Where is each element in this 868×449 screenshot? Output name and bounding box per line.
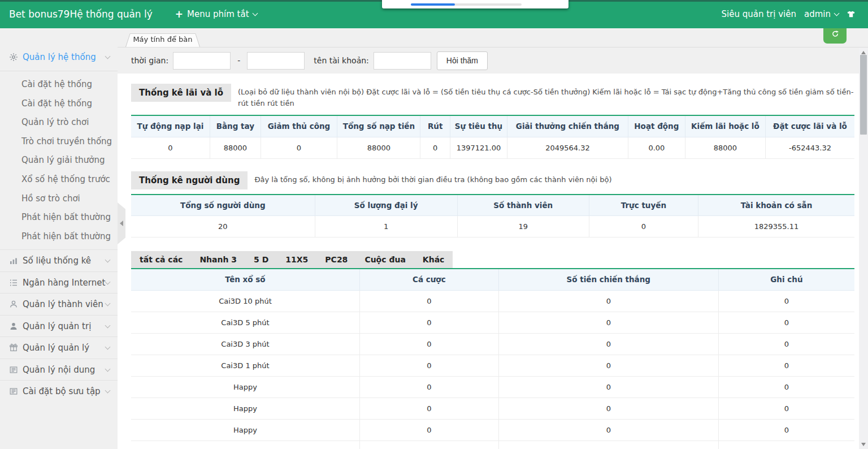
sidebar-group-label: Số liệu thống kê xyxy=(23,256,91,266)
sidebar-item[interactable]: Cài đặt hệ thống xyxy=(0,75,118,94)
chevron-down-icon xyxy=(105,257,111,263)
chevron-down-icon xyxy=(834,11,840,16)
sidebar-item[interactable]: Quản lý giải thưởng xyxy=(0,151,118,170)
cell: Happy xyxy=(131,376,359,398)
profit-table: Tự động nạp lại Bằng tay Giảm thủ công T… xyxy=(131,115,854,159)
sidebar-group-label: Ngân hàng Internet xyxy=(23,278,105,288)
table-row: Cai3D 3 phút 0 0 0 xyxy=(131,333,854,355)
sidebar-collapse-handle[interactable] xyxy=(118,202,125,244)
cell: 0 xyxy=(359,290,498,312)
sidebar-item[interactable]: Hồ sơ trò chơi xyxy=(0,189,118,209)
scroll-down-arrow-icon[interactable] xyxy=(861,443,866,446)
scroll-up-arrow-icon[interactable] xyxy=(861,51,866,54)
table-row: Cai3D 10 phút 0 0 0 xyxy=(131,290,854,312)
sidebar-item[interactable]: Phát hiện bất thường xyxy=(0,227,118,247)
tab-strip: Máy tính để bàn xyxy=(118,28,868,48)
tab-11x5[interactable]: 11X5 xyxy=(277,255,316,264)
cell: 0 xyxy=(718,312,854,333)
sidebar-item[interactable]: Xổ số hệ thống trước xyxy=(0,170,118,189)
cell: 0 xyxy=(498,333,718,355)
column-header: Rút xyxy=(420,115,450,137)
sidebar-group-admins[interactable]: Quản lý quản trị xyxy=(0,315,118,337)
cell: 0 xyxy=(718,441,854,449)
cell: 0 xyxy=(718,419,854,441)
chevron-down-icon xyxy=(105,366,111,372)
divider xyxy=(0,71,118,71)
table-row: Happy 0 0 0 xyxy=(131,376,854,398)
column-header: Giảm thủ công xyxy=(261,115,337,137)
shortcut-menu-button[interactable]: + Menu phím tắt xyxy=(175,8,257,20)
column-header: Sự tiêu thụ xyxy=(450,115,507,137)
column-header: Bằng tay xyxy=(210,115,261,137)
chevron-left-icon xyxy=(120,221,123,226)
cell: 0 xyxy=(498,355,718,376)
sidebar-group-internet-banking[interactable]: Ngân hàng Internet xyxy=(0,271,118,293)
cell: 0 xyxy=(718,398,854,419)
lottery-tab-bar: tất cả các Nhanh 3 5 D 11X5 PC28 Cuộc đu… xyxy=(131,251,453,268)
sidebar-item[interactable]: Quản lý trò chơi xyxy=(0,113,118,132)
column-header: Đặt cược lãi và lỗ xyxy=(765,115,854,137)
tab-cuoc-dua[interactable]: Cuộc đua xyxy=(356,255,414,264)
tab-all[interactable]: tất cả các xyxy=(131,255,191,264)
table-row: 20 1 19 0 1829355.11 xyxy=(131,216,854,238)
sidebar-item[interactable]: Trò chơi truyền thống xyxy=(0,132,118,152)
cell: Cai3D 5 phút xyxy=(131,312,359,333)
column-header: Giải thưởng chiến thắng xyxy=(507,115,628,137)
cell: 1 xyxy=(315,216,457,238)
scrollbar-thumb[interactable] xyxy=(860,55,867,135)
sidebar-group-management[interactable]: Quản lý quản lý xyxy=(0,336,118,359)
gear-icon xyxy=(9,53,18,62)
news-icon xyxy=(9,387,18,396)
sidebar-groups: Số liệu thống kê Ngân hàng Internet Quản… xyxy=(0,249,118,402)
tshirt-icon[interactable] xyxy=(847,10,856,19)
account-input[interactable] xyxy=(374,52,431,70)
table-row: Happy 0 0 0 xyxy=(131,419,854,441)
column-header: Tên xổ số xyxy=(131,269,359,290)
role-label: Siêu quản trị viên xyxy=(722,9,796,19)
cell: 0 xyxy=(498,312,718,333)
time-to-input[interactable] xyxy=(247,52,305,70)
sidebar-item[interactable]: Cài đặt hệ thống xyxy=(0,94,118,114)
tab-khac[interactable]: Khác xyxy=(414,255,453,264)
table-header-row: Tổng số người dùng Số lượng đại lý Số th… xyxy=(131,195,854,216)
query-button[interactable]: Hỏi thăm xyxy=(437,51,488,70)
refresh-icon xyxy=(831,29,840,38)
loading-dialog xyxy=(382,0,568,8)
sidebar-group-members[interactable]: Quản lý thành viên xyxy=(0,293,118,315)
shortcut-menu-label: Menu phím tắt xyxy=(187,9,249,19)
chevron-down-icon xyxy=(105,301,111,306)
cell: 0 xyxy=(359,441,498,449)
admin-menu[interactable]: admin xyxy=(804,9,839,19)
tab-5d[interactable]: 5 D xyxy=(245,255,277,264)
cell: 88000 xyxy=(685,137,765,158)
vertical-scrollbar[interactable] xyxy=(859,48,868,449)
sidebar-group-collection[interactable]: Cài đặt bộ sưu tập xyxy=(0,380,118,402)
sidebar-group-system[interactable]: Quản lý hệ thống xyxy=(0,49,118,66)
dashboard-body: Thống kê lãi và lỗ (Loại bỏ dữ liệu thàn… xyxy=(118,74,868,449)
table-row: 0 88000 0 88000 0 1397121.00 2049564.32 … xyxy=(131,137,854,158)
app-title: Bet bonus79Hệ thống quản lý xyxy=(9,8,153,20)
tab-nhanh3[interactable]: Nhanh 3 xyxy=(191,255,245,264)
table-row: Happy 0 0 0 xyxy=(131,441,854,449)
plus-icon: + xyxy=(175,8,183,20)
sidebar-group-content[interactable]: Quản lý nội dung xyxy=(0,359,118,381)
sidebar-group-label: Quản lý thành viên xyxy=(23,299,103,309)
cell: 0 xyxy=(359,419,498,441)
chevron-down-icon xyxy=(105,322,111,328)
sidebar-group-label: Quản lý hệ thống xyxy=(23,52,96,62)
column-header: Tổng số người dùng xyxy=(131,195,315,216)
cell: 88000 xyxy=(337,137,420,158)
table-row: Cai3D 5 phút 0 0 0 xyxy=(131,312,854,333)
cell: 0 xyxy=(420,137,450,158)
sidebar-group-statistics[interactable]: Số liệu thống kê xyxy=(0,249,118,271)
cell: 0 xyxy=(718,376,854,398)
profit-section-note: (Loại bỏ dữ liệu thành viên nội bộ) Đặt … xyxy=(238,84,854,109)
username: admin xyxy=(804,9,831,19)
sidebar-item[interactable]: Phát hiện bất thường xyxy=(0,208,118,227)
cell: 0 xyxy=(589,216,698,238)
tab-pc28[interactable]: PC28 xyxy=(316,255,356,264)
users-section-header: Thống kê người dùng Đây là tổng số, khôn… xyxy=(131,171,854,189)
cell: 0 xyxy=(498,398,718,419)
tab-desktop[interactable]: Máy tính để bàn xyxy=(125,32,200,47)
time-from-input[interactable] xyxy=(173,52,231,70)
